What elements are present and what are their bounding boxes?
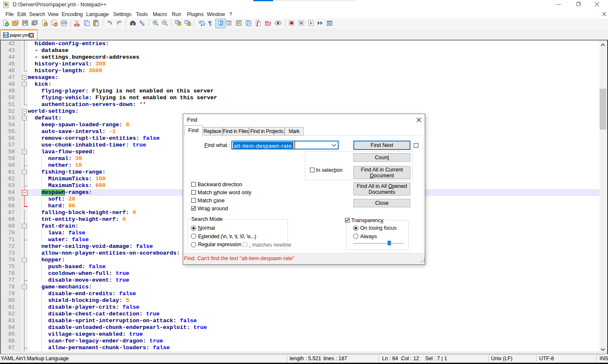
svg-text:¶: ¶ [208,19,212,27]
svg-text:b: b [140,19,142,24]
